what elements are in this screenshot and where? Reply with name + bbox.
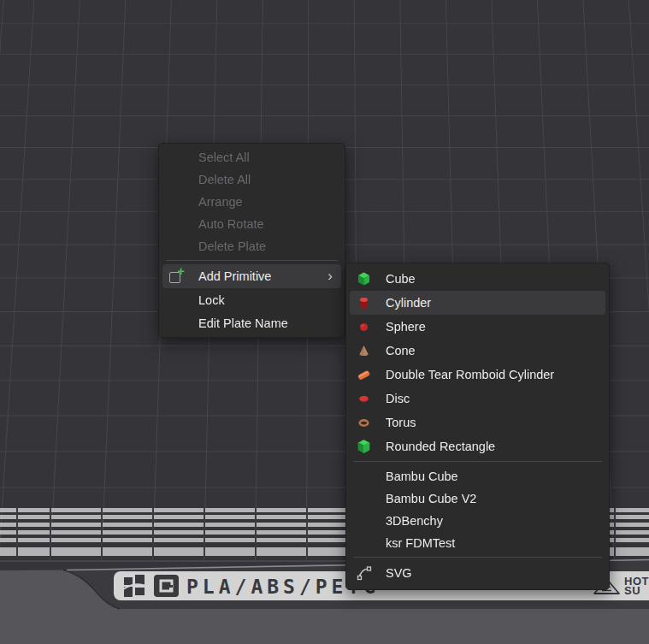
sphere-icon (357, 320, 371, 334)
disc-icon (357, 392, 371, 406)
submenu-item-svg[interactable]: SVG (346, 561, 609, 585)
cube-icon (357, 272, 371, 287)
menu-item-arrange[interactable]: Arrange (159, 191, 345, 213)
menu-item-lock[interactable]: Lock (159, 288, 345, 311)
submenu-item-bambu-cube-v2[interactable]: Bambu Cube V2 (346, 487, 609, 510)
menu-item-select-all[interactable]: Select All (159, 146, 345, 168)
submenu-item-disc[interactable]: Disc (346, 387, 609, 411)
menu-item-auto-rotate[interactable]: Auto Rotate (159, 213, 345, 235)
bambu-window-logo-icon (123, 575, 146, 597)
hot-surface-warning-text: HOT SU (624, 576, 649, 595)
rounded-rectangle-icon (357, 440, 371, 454)
menu-item-edit-plate-name[interactable]: Edit Plate Name (159, 311, 345, 334)
submenu-item-cylinder[interactable]: Cylinder (350, 291, 605, 315)
menu-item-add-primitive[interactable]: + Add Primitive › (162, 264, 341, 288)
torus-icon (357, 416, 371, 430)
menu-item-delete-all[interactable]: Delete All (159, 168, 345, 191)
submenu-item-cone[interactable]: Cone (346, 339, 609, 363)
menu-item-delete-plate[interactable]: Delete Plate (159, 235, 345, 257)
cylinder-icon (357, 296, 371, 310)
submenu-separator (353, 557, 602, 558)
bezier-curve-icon (357, 565, 372, 581)
add-primitive-submenu: Cube Cylinder Sphere (345, 263, 610, 590)
bambu-studio-logo-icon (154, 575, 179, 597)
submenu-item-ksr-fdmtest[interactable]: ksr FDMTest (346, 532, 609, 554)
submenu-arrow-icon: › (327, 269, 333, 283)
cone-icon (357, 344, 371, 358)
submenu-item-torus[interactable]: Torus (346, 411, 609, 434)
romboid-cylinder-icon (357, 368, 371, 382)
submenu-separator (353, 461, 602, 462)
submenu-item-rounded-rectangle[interactable]: Rounded Rectangle (346, 434, 609, 458)
menu-separator (166, 260, 338, 261)
submenu-item-double-tear-romboid-cylinder[interactable]: Double Tear Romboid Cylinder (346, 363, 609, 387)
viewport: PLA/ABS/PETG HOT SU Select All Delete Al… (0, 0, 649, 644)
submenu-item-3dbenchy[interactable]: 3DBenchy (346, 510, 609, 532)
submenu-item-sphere[interactable]: Sphere (346, 315, 609, 339)
submenu-item-cube[interactable]: Cube (346, 267, 609, 291)
context-menu: Select All Delete All Arrange Auto Rotat… (158, 143, 345, 338)
submenu-item-bambu-cube[interactable]: Bambu Cube (346, 465, 609, 487)
add-primitive-icon: + (169, 269, 183, 283)
